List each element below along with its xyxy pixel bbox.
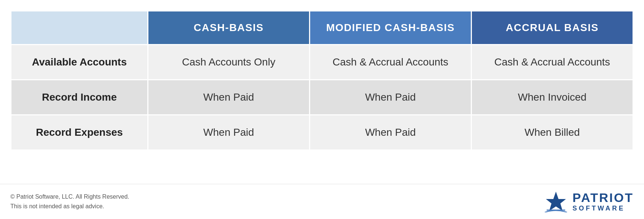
- logo-software-label: SOFTWARE: [573, 205, 634, 212]
- footer-text: © Patriot Software, LLC. All Rights Rese…: [10, 192, 129, 211]
- header-empty-cell: [11, 11, 148, 45]
- table-section: CASH-BASIS MODIFIED CASH-BASIS ACCRUAL B…: [0, 0, 644, 184]
- table-row: Available Accounts Cash Accounts Only Ca…: [11, 45, 633, 80]
- record-expenses-cash: When Paid: [148, 115, 309, 150]
- record-income-modified: When Paid: [309, 80, 471, 115]
- footer-line2: This is not intended as legal advice.: [10, 202, 129, 211]
- patriot-logo-icon: [543, 191, 569, 212]
- comparison-table: CASH-BASIS MODIFIED CASH-BASIS ACCRUAL B…: [10, 10, 634, 151]
- row-label-available-accounts: Available Accounts: [11, 45, 148, 80]
- logo-container: PATRIOT SOFTWARE: [543, 191, 634, 212]
- header-accrual-basis: ACCRUAL BASIS: [471, 11, 633, 45]
- logo-patriot-label: PATRIOT: [573, 191, 634, 205]
- table-row: Record Expenses When Paid When Paid When…: [11, 115, 633, 150]
- row-label-record-income: Record Income: [11, 80, 148, 115]
- record-expenses-modified: When Paid: [309, 115, 471, 150]
- record-expenses-accrual: When Billed: [471, 115, 633, 150]
- header-cash-basis: CASH-BASIS: [148, 11, 309, 45]
- logo-text: PATRIOT SOFTWARE: [573, 191, 634, 212]
- footer-line1: © Patriot Software, LLC. All Rights Rese…: [10, 192, 129, 202]
- svg-marker-0: [546, 192, 566, 211]
- record-income-accrual: When Invoiced: [471, 80, 633, 115]
- header-modified-cash-basis: MODIFIED CASH-BASIS: [309, 11, 471, 45]
- available-accounts-modified: Cash & Accrual Accounts: [309, 45, 471, 80]
- table-row: Record Income When Paid When Paid When I…: [11, 80, 633, 115]
- available-accounts-accrual: Cash & Accrual Accounts: [471, 45, 633, 80]
- row-label-record-expenses: Record Expenses: [11, 115, 148, 150]
- footer: © Patriot Software, LLC. All Rights Rese…: [0, 184, 644, 219]
- record-income-cash: When Paid: [148, 80, 309, 115]
- available-accounts-cash: Cash Accounts Only: [148, 45, 309, 80]
